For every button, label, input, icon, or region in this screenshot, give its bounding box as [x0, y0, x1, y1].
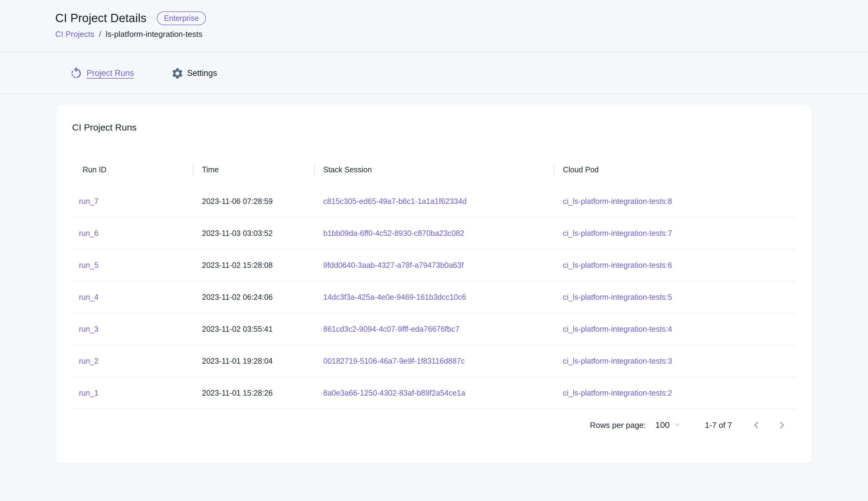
- time-cell: 2023-11-01 15:28:26: [193, 388, 314, 398]
- title-row: CI Project Details Enterprise: [55, 11, 868, 26]
- run-id-cell: run_1: [72, 388, 193, 398]
- time-value: 2023-11-02 03:55:41: [202, 325, 273, 333]
- runs-table: Run ID Time Stack Session Cloud Pod run_…: [72, 153, 796, 409]
- run-id-link[interactable]: run_3: [79, 325, 99, 333]
- cloud-pod-link[interactable]: ci_ls-platform-integration-tests:3: [563, 356, 672, 365]
- page-header: CI Project Details Enterprise CI Project…: [0, 0, 868, 53]
- cloud-pod-cell: ci_ls-platform-integration-tests:5: [554, 292, 796, 302]
- run-id-link[interactable]: run_5: [79, 261, 99, 269]
- column-header-run-id: Run ID: [72, 164, 193, 175]
- run-id-cell: run_7: [72, 196, 193, 207]
- time-cell: 2023-11-02 15:28:08: [193, 260, 314, 270]
- table-row: run_3 2023-11-02 03:55:41 861cd3c2-9094-…: [72, 313, 796, 345]
- time-cell: 2023-11-03 03:03:52: [193, 228, 314, 239]
- run-id-cell: run_3: [72, 324, 193, 334]
- column-header-cloud-pod: Cloud Pod: [554, 164, 796, 175]
- column-header-stack-session: Stack Session: [314, 164, 554, 175]
- stack-session-cell: 861cd3c2-9094-4c07-9fff-eda76676fbc7: [314, 324, 554, 334]
- tab-project-runs-label: Project Runs: [87, 67, 134, 79]
- stack-session-link[interactable]: 00182719-5106-46a7-9e9f-1f83116d887c: [323, 356, 465, 365]
- table-row: run_2 2023-11-01 19:28:04 00182719-5106-…: [72, 345, 796, 377]
- time-value: 2023-11-06 07:28:59: [202, 197, 273, 205]
- time-cell: 2023-11-02 06:24:06: [193, 292, 314, 302]
- time-cell: 2023-11-06 07:28:59: [193, 196, 314, 207]
- stack-session-cell: 00182719-5106-46a7-9e9f-1f83116d887c: [314, 356, 554, 366]
- next-page-button[interactable]: [774, 418, 789, 433]
- rows-per-page-select[interactable]: 100: [655, 419, 681, 431]
- cloud-pod-cell: ci_ls-platform-integration-tests:6: [554, 260, 796, 270]
- cloud-pod-link[interactable]: ci_ls-platform-integration-tests:8: [563, 197, 672, 205]
- column-header-time: Time: [193, 164, 314, 175]
- table-header-row: Run ID Time Stack Session Cloud Pod: [72, 153, 796, 185]
- cloud-pod-link[interactable]: ci_ls-platform-integration-tests:5: [563, 293, 672, 301]
- run-id-cell: run_4: [72, 292, 193, 302]
- breadcrumb-separator: /: [99, 29, 101, 40]
- run-id-cell: run_2: [72, 356, 193, 366]
- chevron-right-icon: [776, 419, 787, 431]
- breadcrumb: CI Projects / ls-platform-integration-te…: [55, 29, 868, 40]
- cloud-pod-cell: ci_ls-platform-integration-tests:8: [554, 196, 796, 207]
- table-row: run_4 2023-11-02 06:24:06 14dc3f3a-425a-…: [72, 281, 796, 313]
- rotate-left-icon: [69, 66, 83, 81]
- time-cell: 2023-11-01 19:28:04: [193, 356, 314, 366]
- stack-session-link[interactable]: 14dc3f3a-425a-4e0e-9469-161b3dcc10c6: [323, 293, 466, 301]
- time-value: 2023-11-01 15:28:26: [202, 388, 273, 397]
- pagination-range: 1-7 of 7: [705, 419, 732, 431]
- plan-badge: Enterprise: [157, 11, 206, 25]
- gear-icon: [171, 67, 184, 80]
- table-row: run_5 2023-11-02 15:28:08 9fdd0640-3aab-…: [72, 249, 796, 281]
- page-title: CI Project Details: [55, 11, 146, 26]
- stack-session-link[interactable]: 861cd3c2-9094-4c07-9fff-eda76676fbc7: [323, 325, 460, 333]
- stack-session-link[interactable]: c815c305-ed65-49a7-b6c1-1a1a1f62334d: [323, 197, 466, 205]
- time-value: 2023-11-02 15:28:08: [202, 261, 273, 269]
- table-row: run_7 2023-11-06 07:28:59 c815c305-ed65-…: [72, 185, 796, 217]
- run-id-cell: run_5: [72, 260, 193, 270]
- table-row: run_1 2023-11-01 15:28:26 8a0e3a66-1250-…: [72, 377, 796, 409]
- run-id-link[interactable]: run_6: [79, 229, 99, 237]
- cloud-pod-cell: ci_ls-platform-integration-tests:4: [554, 324, 796, 334]
- cloud-pod-cell: ci_ls-platform-integration-tests:2: [554, 388, 796, 398]
- rows-per-page-value: 100: [655, 419, 670, 431]
- tab-project-runs[interactable]: Project Runs: [69, 66, 134, 81]
- time-cell: 2023-11-02 03:55:41: [193, 324, 314, 334]
- tab-bar: Project Runs Settings: [0, 53, 868, 94]
- breadcrumb-current: ls-platform-integration-tests: [106, 29, 202, 40]
- cloud-pod-link[interactable]: ci_ls-platform-integration-tests:2: [563, 388, 672, 397]
- table-row: run_6 2023-11-03 03:03:52 b1bb09da-6ff0-…: [72, 217, 796, 249]
- time-value: 2023-11-01 19:28:04: [202, 356, 273, 365]
- previous-page-button[interactable]: [749, 418, 763, 433]
- stack-session-cell: 8a0e3a66-1250-4302-83af-b89f2a54ce1a: [314, 388, 554, 398]
- ci-project-runs-card: CI Project Runs Run ID Time Stack Sessio…: [56, 104, 812, 463]
- stack-session-cell: b1bb09da-6ff0-4c52-8930-c870ba23c082: [314, 228, 554, 239]
- rows-per-page-label: Rows per page:: [590, 419, 646, 431]
- run-id-link[interactable]: run_4: [79, 293, 99, 301]
- time-value: 2023-11-02 06:24:06: [202, 293, 273, 301]
- time-value: 2023-11-03 03:03:52: [202, 229, 273, 237]
- cloud-pod-link[interactable]: ci_ls-platform-integration-tests:4: [563, 325, 672, 333]
- breadcrumb-parent-link[interactable]: CI Projects: [55, 29, 94, 40]
- stack-session-cell: c815c305-ed65-49a7-b6c1-1a1a1f62334d: [314, 196, 554, 207]
- table-body: run_7 2023-11-06 07:28:59 c815c305-ed65-…: [72, 185, 796, 409]
- stack-session-cell: 14dc3f3a-425a-4e0e-9469-161b3dcc10c6: [314, 292, 554, 302]
- cloud-pod-cell: ci_ls-platform-integration-tests:7: [554, 228, 796, 239]
- card-title: CI Project Runs: [72, 121, 796, 134]
- stack-session-link[interactable]: b1bb09da-6ff0-4c52-8930-c870ba23c082: [323, 229, 464, 237]
- run-id-link[interactable]: run_1: [79, 388, 99, 397]
- stack-session-link[interactable]: 9fdd0640-3aab-4327-a78f-a79473b0a63f: [323, 261, 463, 269]
- pagination-bar: Rows per page: 100 1-7 of 7: [72, 409, 796, 441]
- cloud-pod-cell: ci_ls-platform-integration-tests:3: [554, 356, 796, 366]
- chevron-left-icon: [751, 419, 762, 431]
- cloud-pod-link[interactable]: ci_ls-platform-integration-tests:6: [563, 261, 672, 269]
- tab-settings-label: Settings: [187, 67, 217, 79]
- stack-session-link[interactable]: 8a0e3a66-1250-4302-83af-b89f2a54ce1a: [323, 388, 465, 397]
- run-id-link[interactable]: run_2: [79, 356, 99, 365]
- stack-session-cell: 9fdd0640-3aab-4327-a78f-a79473b0a63f: [314, 260, 554, 270]
- cloud-pod-link[interactable]: ci_ls-platform-integration-tests:7: [563, 229, 672, 237]
- chevron-down-icon: [674, 423, 681, 427]
- tab-settings[interactable]: Settings: [171, 67, 217, 80]
- run-id-link[interactable]: run_7: [79, 197, 99, 205]
- run-id-cell: run_6: [72, 228, 193, 239]
